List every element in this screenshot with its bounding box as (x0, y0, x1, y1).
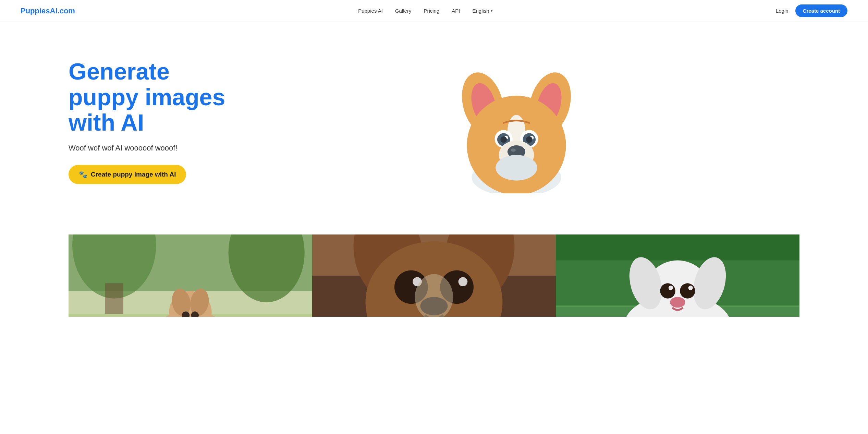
svg-point-56 (669, 286, 673, 290)
svg-point-54 (660, 283, 675, 298)
hero-section: Generate puppy images with AI Woof wof w… (0, 22, 868, 221)
corgi-illustration (444, 49, 588, 193)
chevron-down-icon: ▾ (491, 9, 493, 13)
site-logo[interactable]: PuppiesAI.com (21, 7, 75, 15)
nav-links: Puppies AI Gallery Pricing API English ▾ (358, 8, 492, 14)
svg-point-18 (496, 155, 537, 181)
gallery-image-2 (312, 234, 556, 317)
svg-point-57 (688, 286, 693, 290)
gallery-card-1 (69, 234, 312, 317)
gallery-image-3 (556, 234, 799, 317)
svg-point-55 (680, 283, 695, 298)
hero-illustration (233, 49, 799, 193)
hero-content: Generate puppy images with AI Woof wof w… (69, 59, 233, 184)
nav-link-api[interactable]: API (452, 8, 460, 14)
navbar: PuppiesAI.com Puppies AI Gallery Pricing… (0, 0, 868, 22)
svg-point-58 (670, 297, 685, 308)
create-account-button[interactable]: Create account (795, 4, 847, 17)
svg-point-10 (500, 136, 507, 143)
svg-point-43 (459, 277, 468, 286)
svg-rect-23 (105, 283, 123, 317)
nav-link-puppies-ai[interactable]: Puppies AI (358, 8, 383, 14)
hero-subtitle: Woof wof wof AI wooooof wooof! (69, 144, 233, 153)
gallery-grid (69, 234, 799, 317)
svg-rect-47 (556, 234, 799, 261)
paw-icon: 🐾 (79, 170, 87, 179)
cta-button[interactable]: 🐾 Create puppy image with AI (69, 165, 186, 184)
navbar-actions: Login Create account (776, 4, 847, 17)
hero-title: Generate puppy images with AI (69, 59, 233, 135)
login-link[interactable]: Login (776, 8, 788, 14)
nav-link-pricing[interactable]: Pricing (424, 8, 439, 14)
svg-point-14 (526, 136, 533, 143)
gallery-card-2 (312, 234, 556, 317)
cta-label: Create puppy image with AI (91, 171, 176, 178)
nav-link-gallery[interactable]: Gallery (395, 8, 412, 14)
language-selector[interactable]: English ▾ (472, 8, 492, 14)
gallery-image-1 (69, 234, 312, 317)
svg-point-17 (511, 148, 516, 152)
gallery-card-3 (556, 234, 799, 317)
gallery-section (0, 221, 868, 317)
language-label: English (472, 8, 489, 14)
